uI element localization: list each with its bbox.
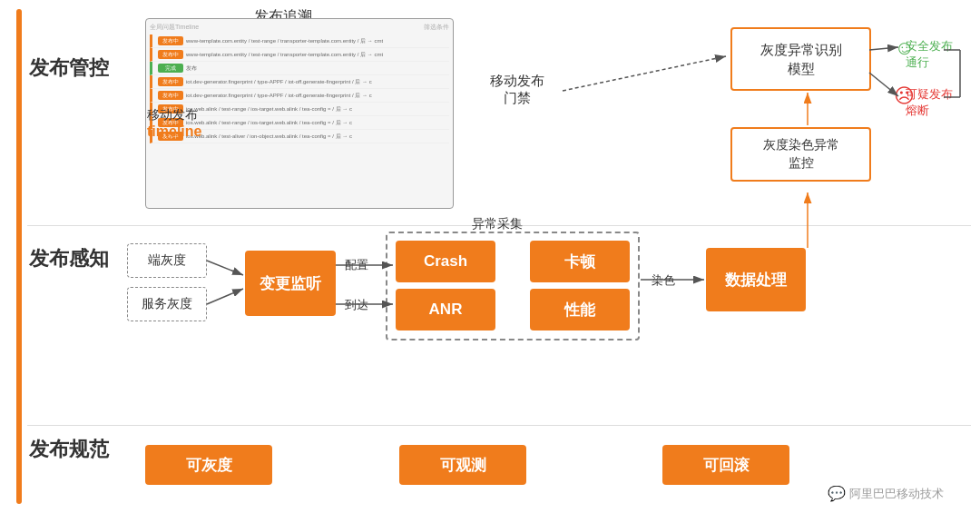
section-guifan-label: 发布规范 — [29, 436, 109, 463]
svg-line-11 — [563, 56, 726, 91]
divider-bottom — [27, 425, 971, 426]
crash-box: Crash — [396, 241, 495, 282]
norm-box-huidian: 可回滚 — [662, 445, 789, 485]
svg-line-2 — [207, 261, 243, 275]
arrive-label: 到达 — [345, 297, 368, 313]
anomaly-collect-title: 异常采集 — [472, 216, 523, 232]
data-process-label: 数据处理 — [725, 270, 787, 291]
table-row: 完成发布 — [150, 62, 449, 75]
norm1-label: 可灰度 — [186, 455, 232, 476]
norm-box-keguance: 可观测 — [399, 445, 526, 485]
trace-table-hint: 筛选条件 — [424, 23, 449, 32]
ali-wechat-icon: 💬 — [828, 485, 846, 502]
change-monitor-label: 变更监听 — [260, 273, 321, 294]
outcome-block-label: 可疑发布熔断 — [906, 86, 953, 119]
anr-box: ANR — [396, 289, 495, 330]
table-row: 发布中www-template.com.entity / test-range … — [150, 35, 449, 48]
perf-box: 性能 — [530, 289, 630, 330]
gray-model-box: 灰度异常识别模型 — [730, 27, 871, 91]
duan-gray-label: 端灰度 — [148, 252, 186, 269]
duan-gray-box: 端灰度 — [127, 243, 207, 278]
ali-logo: 💬 阿里巴巴移动技术 — [828, 485, 944, 502]
gray-color-label: 灰度染色异常监控 — [763, 136, 839, 172]
mogate-text: 移动发布门禁 — [490, 73, 544, 105]
table-row: 发布中www-template.com.entity / test-range … — [150, 48, 449, 62]
timeline-sub: timeline — [147, 123, 201, 140]
norm3-label: 可回滚 — [703, 455, 750, 476]
dyeing-label: 染色 — [652, 272, 675, 289]
section-guankong-label: 发布管控 — [29, 54, 109, 82]
crash-label: Crash — [424, 252, 467, 271]
data-process-box: 数据处理 — [706, 248, 806, 311]
perf-label: 性能 — [564, 300, 595, 321]
mogate-label: 移动发布门禁 — [490, 73, 544, 107]
server-gray-box: 服务灰度 — [127, 287, 207, 321]
norm2-label: 可观测 — [440, 455, 486, 476]
change-monitor-box: 变更监听 — [245, 251, 336, 316]
svg-line-3 — [207, 289, 243, 304]
norm-box-kedugree: 可灰度 — [145, 445, 272, 485]
config-label: 配置 — [345, 257, 368, 273]
anr-label: ANR — [429, 301, 463, 319]
timeline-label: 移动发布 timeline — [147, 107, 201, 140]
ali-logo-text: 阿里巴巴移动技术 — [849, 486, 944, 502]
timeline-main: 移动发布 — [147, 107, 198, 122]
server-gray-label: 服务灰度 — [142, 296, 192, 312]
gray-model-label: 灰度异常识别模型 — [760, 40, 842, 78]
kadun-box: 卡顿 — [530, 241, 630, 282]
trace-table-header: 全局问题Timeline — [150, 23, 199, 32]
table-row: 发布中iot.dev-generator.fingerprint / type-… — [150, 75, 449, 89]
table-row: 发布中iot.dev-generator.fingerprint / type-… — [150, 89, 449, 103]
outcome-pass-label: 安全发布通行 — [906, 38, 953, 71]
kadun-label: 卡顿 — [564, 252, 595, 272]
section-ganzhi-label: 发布感知 — [29, 245, 109, 272]
gray-color-box: 灰度染色异常监控 — [730, 127, 871, 182]
left-accent-bar — [16, 9, 22, 504]
